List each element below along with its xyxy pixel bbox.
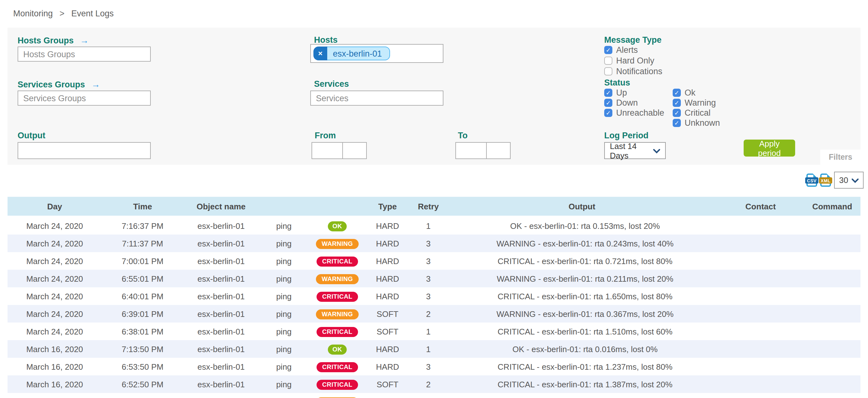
checkbox-icon[interactable] <box>604 67 612 76</box>
cell-retry: 3 <box>409 270 447 287</box>
checkbox-down[interactable]: Down <box>604 98 638 108</box>
checkbox-unreachable[interactable]: Unreachable <box>604 108 664 118</box>
checkbox-icon[interactable] <box>673 99 681 107</box>
message-type-label: Message Type <box>604 35 662 45</box>
xml-export-icon[interactable]: XML <box>820 174 831 187</box>
breadcrumb-event-logs[interactable]: Event Logs <box>71 9 114 18</box>
checkbox-icon[interactable] <box>604 89 612 97</box>
cell-object-name: esx-berlin-01 <box>183 393 259 398</box>
page-size-select[interactable]: 30 <box>834 172 864 189</box>
to-time-input[interactable] <box>486 142 510 159</box>
hosts-input[interactable]: × esx-berlin-01 <box>310 44 443 63</box>
checkbox-up[interactable]: Up <box>604 88 627 97</box>
cell-time: 7:16:37 PM <box>102 216 183 234</box>
breadcrumb-monitoring[interactable]: Monitoring <box>13 9 53 18</box>
table-row: March 24, 2020 7:11:37 PM esx-berlin-01 … <box>7 234 861 252</box>
cell-command <box>804 340 861 358</box>
cell-status: CRITICAL <box>309 375 366 393</box>
cell-service: ping <box>259 216 309 234</box>
cell-time: 6:52:50 PM <box>102 375 183 393</box>
cell-day: March 24, 2020 <box>7 270 102 287</box>
cell-type: HARD <box>366 216 409 234</box>
cell-output: CRITICAL - esx-berlin-01: rta 1.650ms, l… <box>447 287 717 305</box>
status-badge: CRITICAL <box>316 256 358 266</box>
status-badge: CRITICAL <box>316 326 358 337</box>
cell-type: SOFT <box>366 322 409 340</box>
chevron-down-icon <box>653 146 660 155</box>
cell-day: March 16, 2020 <box>7 375 102 393</box>
log-period-value: Last 14 Days <box>610 141 653 160</box>
status-badge: WARNING <box>316 309 358 319</box>
filters-tab[interactable]: Filters <box>820 150 861 165</box>
cell-contact <box>717 375 804 393</box>
remove-chip-icon[interactable]: × <box>313 47 327 60</box>
services-groups-input[interactable] <box>18 90 151 106</box>
cell-time: 7:11:37 PM <box>102 234 183 252</box>
apply-period-button[interactable]: Apply period <box>744 140 795 157</box>
cell-retry: 3 <box>409 252 447 270</box>
cell-retry: 3 <box>409 287 447 305</box>
cell-output: CRITICAL - esx-berlin-01: rta 0.721ms, l… <box>447 252 717 270</box>
header-day: Day <box>7 197 102 216</box>
cell-command <box>804 322 861 340</box>
cell-type: SOFT <box>366 305 409 322</box>
checkbox-unknown[interactable]: Unknown <box>673 118 720 127</box>
header-status <box>309 197 366 216</box>
checkbox-icon[interactable] <box>673 109 681 117</box>
cell-command <box>804 287 861 305</box>
csv-export-icon[interactable]: CSV <box>806 174 817 187</box>
hosts-label: Hosts <box>314 35 338 45</box>
cell-type: SOFT <box>366 393 409 398</box>
checkbox-critical[interactable]: Critical <box>673 108 711 118</box>
log-period-select[interactable]: Last 14 Days <box>604 142 666 159</box>
checkbox-icon[interactable] <box>604 99 612 107</box>
checkbox-icon[interactable] <box>673 119 681 127</box>
table-row: March 16, 2020 6:51:50 PM esx-berlin-01 … <box>7 393 861 398</box>
checkbox-icon[interactable] <box>604 46 612 54</box>
cell-contact <box>717 340 804 358</box>
arrow-right-icon[interactable]: → <box>91 79 100 89</box>
cell-object-name: esx-berlin-01 <box>183 287 259 305</box>
status-badge: CRITICAL <box>316 362 358 372</box>
checkbox-icon[interactable] <box>604 109 612 117</box>
checkbox-alerts[interactable]: Alerts <box>604 45 638 55</box>
cell-object-name: esx-berlin-01 <box>183 234 259 252</box>
to-date-input[interactable] <box>455 142 487 159</box>
cell-status: CRITICAL <box>309 358 366 375</box>
to-label: To <box>458 131 468 140</box>
status-label: Status <box>604 78 630 87</box>
export-toolbar: CSV XML 30 <box>806 172 864 189</box>
hosts-groups-input[interactable] <box>18 47 151 62</box>
cell-type: HARD <box>366 252 409 270</box>
cell-day: March 16, 2020 <box>7 340 102 358</box>
checkbox-ok[interactable]: Ok <box>673 88 695 97</box>
page-size-value: 30 <box>839 175 848 185</box>
checkbox-warning[interactable]: Warning <box>673 98 716 108</box>
output-input[interactable] <box>18 142 151 159</box>
cell-retry: 1 <box>409 322 447 340</box>
checkbox-icon[interactable] <box>604 57 612 65</box>
event-logs-page: Monitoring > Event Logs Hosts Groups→ Ho… <box>0 0 868 398</box>
cell-output: WARNING - esx-berlin-01: rta 0.211ms, lo… <box>447 270 717 287</box>
cell-command <box>804 393 861 398</box>
cell-command <box>804 216 861 234</box>
checkbox-hard-only[interactable]: Hard Only <box>604 56 654 65</box>
from-date-input[interactable] <box>312 142 343 159</box>
cell-type: HARD <box>366 358 409 375</box>
checkbox-icon[interactable] <box>673 89 681 97</box>
arrow-right-icon[interactable]: → <box>80 35 89 45</box>
services-input[interactable] <box>310 90 443 106</box>
cell-output: WARNING - esx-berlin-01: rta 0.256ms, lo… <box>447 393 717 398</box>
cell-type: HARD <box>366 340 409 358</box>
services-groups-label: Services Groups→ <box>18 79 100 89</box>
cell-service: ping <box>259 322 309 340</box>
status-badge: OK <box>328 221 347 231</box>
cell-service: ping <box>259 287 309 305</box>
cell-time: 6:38:01 PM <box>102 322 183 340</box>
cell-status: CRITICAL <box>309 252 366 270</box>
cell-day: March 16, 2020 <box>7 393 102 398</box>
from-time-input[interactable] <box>342 142 367 159</box>
checkbox-notifications[interactable]: Notifications <box>604 67 662 76</box>
header-retry: Retry <box>409 197 447 216</box>
cell-service: ping <box>259 393 309 398</box>
